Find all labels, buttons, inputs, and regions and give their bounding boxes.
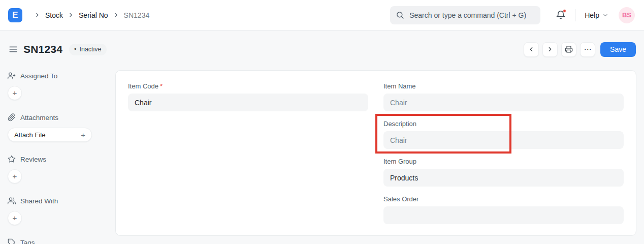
required-marker: * [160, 82, 163, 90]
add-review-button[interactable]: + [8, 169, 22, 184]
chevron-right-icon [34, 12, 41, 18]
form-column-right: Item Name Description Item Group Sales O… [383, 82, 624, 224]
sidebar-toggle-button[interactable] [8, 44, 18, 54]
item-code-input[interactable] [128, 94, 368, 111]
notifications-button[interactable] [556, 10, 566, 20]
status-badge: • Inactive [69, 44, 106, 55]
reviews-section: Reviews + [8, 155, 107, 184]
next-document-button[interactable] [542, 42, 558, 57]
status-dot: • [74, 46, 76, 53]
tags-label: Tags [20, 239, 35, 244]
search-icon [396, 11, 404, 19]
attachments-header[interactable]: Attachments [8, 113, 107, 121]
status-label: Inactive [79, 46, 101, 53]
chevron-down-icon [602, 12, 608, 18]
app-logo[interactable]: E [8, 8, 22, 22]
navbar: E Stock Serial No SN1234 He [0, 0, 644, 30]
item-name-label: Item Name [383, 82, 624, 90]
breadcrumb: Stock Serial No SN1234 [29, 11, 149, 19]
head-actions: ⋯ Save [524, 42, 636, 57]
item-code-label: Item Code [128, 82, 158, 90]
plus-icon: + [81, 131, 85, 139]
item-name-input[interactable] [383, 94, 624, 111]
attachments-section: Attachments Attach File + [8, 113, 107, 142]
help-menu[interactable]: Help [585, 11, 608, 19]
global-search[interactable] [390, 6, 540, 24]
tag-icon [8, 238, 16, 244]
previous-document-button[interactable] [524, 42, 539, 57]
field-description: Description [383, 120, 624, 149]
form-sidebar: Assigned To + Attachments Attach File + … [0, 68, 115, 244]
navbar-right: Help BS [390, 6, 635, 24]
field-item-name: Item Name [383, 82, 624, 111]
shared-with-header[interactable]: Shared With [8, 197, 107, 205]
sales-order-label: Sales Order [383, 195, 624, 203]
sales-order-input[interactable] [383, 206, 624, 224]
description-label: Description [383, 120, 624, 128]
printer-icon [565, 45, 573, 53]
tags-header: Tags [8, 238, 107, 244]
reviews-header[interactable]: Reviews [8, 155, 107, 163]
user-plus-icon [8, 72, 16, 80]
chevron-right-icon [113, 12, 119, 18]
item-group-input[interactable] [383, 169, 624, 187]
print-button[interactable] [561, 42, 576, 57]
search-input[interactable] [408, 11, 535, 20]
star-icon [8, 155, 16, 163]
add-assignment-button[interactable]: + [8, 86, 22, 100]
add-share-button[interactable]: + [8, 211, 22, 225]
user-avatar[interactable]: BS [619, 7, 635, 23]
help-label: Help [585, 11, 599, 19]
menu-button[interactable]: ⋯ [580, 42, 595, 57]
breadcrumb-serial-no[interactable]: Serial No [79, 11, 108, 19]
assigned-to-header[interactable]: Assigned To [8, 72, 107, 80]
chevron-right-icon [68, 12, 74, 18]
breadcrumb-stock[interactable]: Stock [45, 11, 63, 19]
description-input[interactable] [383, 131, 624, 149]
paperclip-icon [8, 113, 16, 121]
form-column-left: Item Code * [128, 82, 368, 224]
field-item-group: Item Group [383, 158, 624, 187]
field-sales-order: Sales Order [383, 195, 624, 224]
assigned-to-label: Assigned To [20, 72, 57, 80]
assigned-to-section: Assigned To + [8, 72, 107, 100]
page-head: SN1234 • Inactive ⋯ Save [0, 31, 644, 68]
breadcrumb-current: SN1234 [124, 11, 150, 19]
attach-file-button[interactable]: Attach File + [8, 128, 92, 142]
chevron-right-icon [546, 46, 554, 53]
save-button[interactable]: Save [600, 42, 636, 57]
shared-with-section: Shared With + [8, 197, 107, 225]
field-item-code: Item Code * [128, 82, 368, 111]
form-card: Item Code * Item Name Description Item G… [115, 70, 636, 236]
users-icon [8, 197, 16, 205]
reviews-label: Reviews [20, 156, 46, 163]
ellipsis-icon: ⋯ [584, 45, 592, 54]
shared-with-label: Shared With [20, 197, 58, 205]
attach-file-label: Attach File [14, 131, 45, 139]
notification-dot [563, 9, 566, 13]
page-title: SN1234 [23, 43, 62, 55]
tags-section: Tags [8, 238, 107, 244]
chevron-left-icon [528, 46, 535, 53]
attachments-label: Attachments [20, 114, 58, 121]
navbar-divider [575, 9, 575, 21]
item-group-label: Item Group [383, 158, 624, 165]
